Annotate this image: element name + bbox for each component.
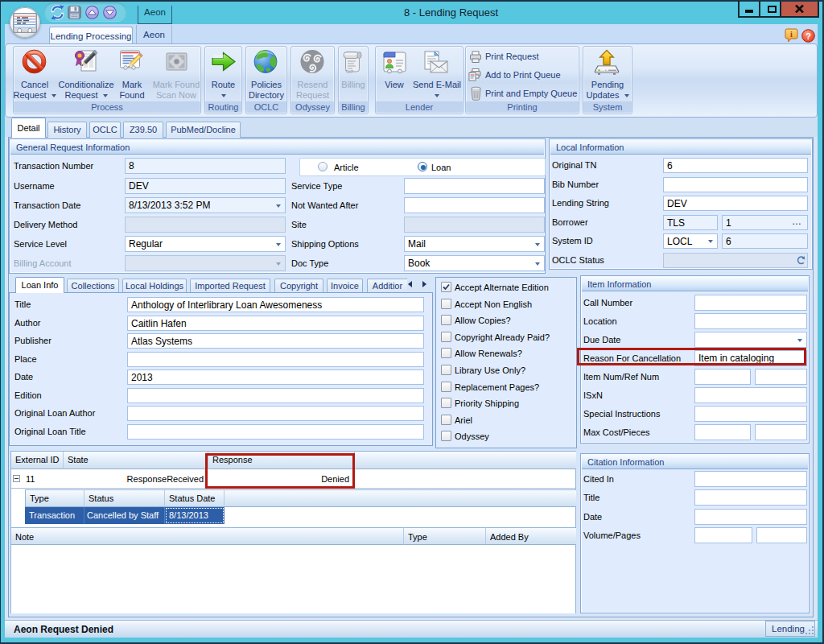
svg-text:?: ? (805, 31, 811, 41)
svg-text:i: i (790, 30, 793, 39)
